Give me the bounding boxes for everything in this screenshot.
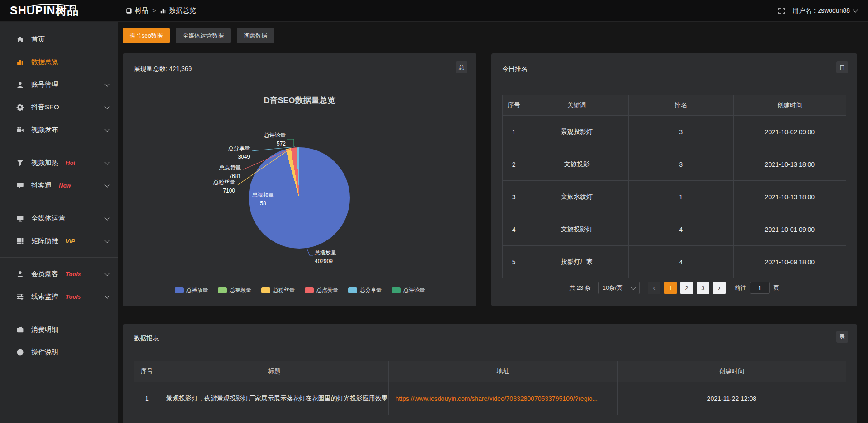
- panel-divider: [491, 86, 857, 86]
- legend-label: 总点赞量: [316, 287, 338, 294]
- user-icon: [16, 81, 24, 89]
- legend-chip: [261, 287, 270, 293]
- topbar-right: 用户名：zswodun88: [778, 7, 868, 15]
- help-icon: ?: [16, 348, 24, 356]
- sidebar-item-label: 会员爆客: [31, 270, 58, 278]
- person-icon: [16, 270, 24, 278]
- sliders-icon: [16, 293, 24, 301]
- legend-item-likes[interactable]: 总点赞量: [305, 287, 338, 294]
- day-mode-button[interactable]: 日: [836, 61, 848, 73]
- sidebar-item-omni-media[interactable]: 全媒体运营: [0, 207, 118, 230]
- legend-item-plays[interactable]: 总播放量: [175, 287, 208, 294]
- sidebar-item-help[interactable]: ? 操作说明: [0, 341, 118, 363]
- sidebar-item-lead-monitor[interactable]: 线索监控 Tools: [0, 285, 118, 308]
- legend-item-shares[interactable]: 总分享量: [348, 287, 382, 294]
- sidebar-item-video-publish[interactable]: 视频发布: [0, 118, 118, 141]
- panel-divider: [123, 86, 476, 86]
- sidebar-item-label: 视频加热: [31, 159, 58, 167]
- legend-label: 总分享量: [360, 287, 382, 294]
- report-panel: 数据报表 表 序号 标题 地址 创建时间 1 景观投影灯，夜游景观投影灯厂家展示…: [123, 324, 857, 423]
- legend-item-videos[interactable]: 总视频量: [218, 287, 251, 294]
- sidebar-item-label: 抖客通: [31, 181, 52, 190]
- pie-label-plays: 总播放量 402909: [315, 249, 336, 266]
- tab-douyin-seo-data[interactable]: 抖音seo数据: [123, 28, 170, 43]
- sidebar-item-label: 全媒体运营: [31, 214, 65, 223]
- sidebar-item-account[interactable]: 账号管理: [0, 73, 118, 96]
- column-header: 标题: [160, 361, 389, 382]
- sidebar-item-douyin-seo[interactable]: 抖音SEO: [0, 96, 118, 118]
- page-button-2[interactable]: 2: [680, 282, 693, 294]
- table-mode-button[interactable]: 表: [836, 331, 848, 343]
- chevron-down-icon: [104, 271, 109, 276]
- legend-item-fans[interactable]: 总粉丝量: [261, 287, 295, 294]
- username-label: 用户名：zswodun88: [793, 7, 850, 15]
- svg-text:?: ?: [19, 349, 22, 354]
- chart-legend: 总播放量 总视频量 总粉丝量 总点赞量 总分享量 总评论量: [123, 287, 476, 294]
- breadcrumb-current[interactable]: 数据总览: [160, 6, 196, 15]
- legend-label: 总粉丝量: [273, 287, 295, 294]
- topbar: SHUPIN树品 树品 > 数据总览 用户名：zswodun88: [0, 0, 868, 22]
- cell-index: 1: [503, 115, 525, 148]
- page-button-3[interactable]: 3: [697, 282, 709, 294]
- breadcrumb-current-label: 数据总览: [169, 6, 196, 15]
- table-row: 1 景观投影灯 3 2021-10-02 09:00: [503, 115, 846, 148]
- column-header: 序号: [503, 95, 525, 115]
- tab-omni-media-data[interactable]: 全媒体运营数据: [176, 28, 231, 43]
- pie-label-name: 总播放量: [315, 249, 336, 257]
- cell-rank: 1: [629, 180, 734, 213]
- next-page-button[interactable]: ›: [713, 282, 726, 294]
- fullscreen-icon[interactable]: [778, 7, 785, 14]
- breadcrumb-root[interactable]: 树品: [126, 6, 148, 15]
- pie-label-name: 总粉丝量: [213, 178, 235, 187]
- sidebar-item-member-baoke[interactable]: 会员爆客 Tools: [0, 263, 118, 285]
- legend-item-comments[interactable]: 总评论量: [392, 287, 425, 294]
- tools-badge: Tools: [66, 271, 81, 277]
- cell-index: 5: [503, 245, 525, 278]
- breadcrumb-root-label: 树品: [135, 6, 148, 15]
- vip-badge: VIP: [66, 238, 75, 244]
- sidebar-divider: [0, 146, 118, 146]
- cell-keyword: 景观投影灯: [525, 115, 628, 148]
- tools-badge: Tools: [66, 293, 81, 300]
- sidebar-item-data-overview[interactable]: 数据总览: [0, 51, 118, 73]
- cell-index: 4: [503, 213, 525, 245]
- video-url-link[interactable]: https://www.iesdouyin.com/share/video/70…: [395, 395, 598, 402]
- app-screen: SHUPIN树品 树品 > 数据总览 用户名：zswodun88: [0, 0, 868, 423]
- sidebar-item-doketong[interactable]: 抖客通 New: [0, 174, 118, 197]
- home-icon: [16, 36, 24, 43]
- total-mode-button[interactable]: 总: [456, 61, 467, 73]
- pie-label-fans: 总粉丝量 7100: [213, 178, 235, 195]
- rank-table: 序号 关键词 排名 创建时间 1 景观投影灯 3 2021-10-02 09:0…: [502, 95, 846, 278]
- sidebar-item-label: 视频发布: [31, 126, 58, 134]
- sidebar-item-consumption[interactable]: 消费明细: [0, 318, 118, 341]
- legend-label: 总评论量: [403, 287, 425, 294]
- legend-chip: [175, 287, 184, 293]
- sidebar-item-home[interactable]: 首页: [0, 28, 118, 51]
- pie-label-value: 402909: [315, 257, 336, 266]
- sidebar-item-video-heat[interactable]: 视频加热 Hot: [0, 151, 118, 174]
- legend-chip: [305, 287, 314, 293]
- legend-chip: [392, 287, 401, 293]
- gear-icon: [16, 103, 24, 111]
- chat-icon: [16, 182, 24, 189]
- goto-label: 前往: [735, 284, 746, 292]
- panel-divider: [123, 351, 857, 351]
- chevron-down-icon: [104, 104, 109, 109]
- prev-page-button[interactable]: ‹: [648, 282, 660, 294]
- page-button-1[interactable]: 1: [664, 282, 677, 294]
- tab-inquiry-data[interactable]: 询盘数据: [237, 28, 274, 43]
- bar-chart-icon: [160, 8, 166, 14]
- cell-created: 2021-10-09 18:00: [734, 245, 846, 278]
- cell-created: 2021-10-01 09:00: [734, 213, 846, 245]
- chevron-down-icon: [631, 285, 636, 290]
- overview-panel-title: 展现量总数: 421,369: [134, 65, 192, 73]
- goto-page-input[interactable]: [750, 282, 770, 294]
- legend-label: 总播放量: [186, 287, 208, 294]
- sidebar-divider: [0, 313, 118, 313]
- user-menu[interactable]: 用户名：zswodun88: [793, 7, 857, 15]
- pagination: 共 23 条 10条/页 ‹ 1 2 3 › 前往 页: [502, 282, 846, 294]
- cell-url: https://www.iesdouyin.com/share/video/70…: [389, 382, 617, 415]
- pie-label-videos: 总视频量 58: [244, 191, 282, 208]
- page-size-select[interactable]: 10条/页: [598, 282, 640, 294]
- sidebar-item-matrix-boost[interactable]: 矩阵助推 VIP: [0, 230, 118, 252]
